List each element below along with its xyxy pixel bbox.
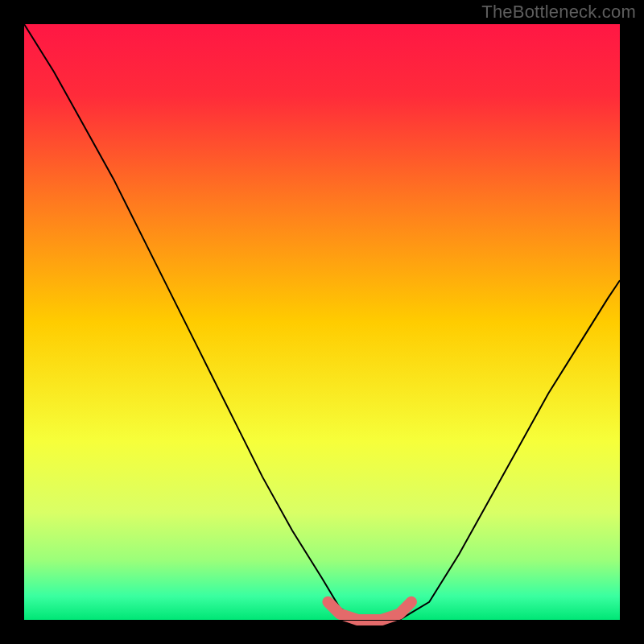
watermark-text: TheBottleneck.com xyxy=(481,2,636,23)
chart-container: TheBottleneck.com xyxy=(0,0,644,644)
gradient-background xyxy=(24,24,620,620)
bottleneck-chart xyxy=(0,0,644,644)
